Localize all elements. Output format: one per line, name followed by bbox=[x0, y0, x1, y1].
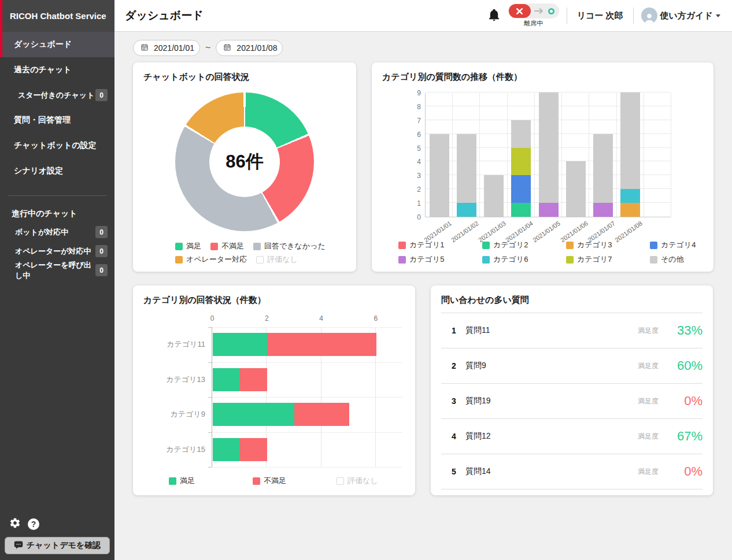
help-icon[interactable]: ? bbox=[28, 518, 39, 530]
question-label: 質問19 bbox=[465, 396, 638, 406]
legend-label: その他 bbox=[661, 254, 684, 265]
sidebar-status-item[interactable]: オペレーターが対応中0 bbox=[0, 242, 114, 261]
sidebar-item-label: 質問・回答管理 bbox=[14, 115, 71, 125]
bar-segment bbox=[593, 134, 613, 203]
dashboard-page: RICOH Chatbot Service ダッシュボード過去のチャットスター付… bbox=[0, 0, 732, 560]
legend-item[interactable]: 満足 bbox=[169, 476, 253, 486]
date-to-input[interactable]: 2021/01/08 bbox=[216, 40, 283, 56]
legend-item[interactable]: 評価なし bbox=[337, 476, 420, 486]
satisfaction-label: 満足度 bbox=[638, 326, 659, 336]
satisfaction-label: 満足度 bbox=[638, 396, 659, 406]
legend-item[interactable]: 回答できなかった bbox=[253, 241, 326, 251]
legend-item[interactable]: その他 bbox=[650, 254, 732, 265]
legend-item[interactable]: オペレーター対応 bbox=[175, 254, 247, 265]
legend-item[interactable]: 満足 bbox=[175, 241, 201, 251]
x-axis-tick-label: 4 bbox=[319, 314, 323, 322]
question-rank: 3 bbox=[452, 396, 465, 406]
stacked-bar bbox=[511, 120, 531, 217]
y-axis-tick-label: 1 bbox=[417, 199, 421, 207]
date-from-input[interactable]: 2021/01/01 bbox=[133, 40, 200, 56]
gridline-v bbox=[452, 93, 453, 217]
legend-label: 評価なし bbox=[347, 476, 378, 486]
legend-item[interactable]: カテゴリ5 bbox=[398, 254, 482, 265]
y-axis-tick-label: 6 bbox=[417, 131, 421, 139]
sidebar-item[interactable]: シナリオ設定 bbox=[0, 158, 114, 184]
legend-item[interactable]: 不満足 bbox=[253, 476, 337, 486]
gridline-v bbox=[507, 93, 508, 217]
presence-toggle-pill[interactable] bbox=[508, 3, 559, 18]
axis-tick bbox=[208, 432, 212, 433]
legend-item[interactable]: 評価なし bbox=[256, 254, 298, 265]
legend-item[interactable]: カテゴリ6 bbox=[482, 254, 566, 265]
legend-item[interactable]: 不満足 bbox=[210, 241, 244, 251]
question-label: 質問12 bbox=[465, 431, 638, 442]
question-rank: 5 bbox=[452, 467, 465, 476]
horizontal-bar-legend: 満足不満足評価なし bbox=[169, 476, 420, 486]
legend-swatch bbox=[175, 256, 183, 264]
legend-label: 評価なし bbox=[267, 254, 298, 265]
stacked-bar bbox=[213, 333, 376, 356]
app-logo-text: RICOH Chatbot Service bbox=[10, 11, 106, 21]
legend-item[interactable]: カテゴリ7 bbox=[566, 254, 650, 265]
stacked-column-legend: カテゴリ1カテゴリ2カテゴリ3カテゴリ4カテゴリ5カテゴリ6カテゴリ7その他 bbox=[398, 240, 732, 265]
question-row[interactable]: 2質問9満足度60% bbox=[441, 348, 703, 383]
y-axis-tick-label: 3 bbox=[417, 172, 421, 180]
card-top-questions: 問い合わせの多い質問 1質問11満足度33%2質問9満足度60%3質問19満足度… bbox=[431, 285, 713, 495]
question-label: 質問11 bbox=[465, 325, 638, 336]
question-row[interactable]: 1質問11満足度33% bbox=[441, 313, 703, 348]
legend-label: 回答できなかった bbox=[264, 241, 326, 251]
y-axis-tick-label: 4 bbox=[417, 158, 421, 166]
row-separator bbox=[212, 362, 402, 363]
legend-label: カテゴリ6 bbox=[493, 254, 528, 265]
question-row[interactable]: 5質問14満足度0% bbox=[441, 454, 703, 489]
card-category-answer-status: カテゴリ別の回答状況（件数） 0246カテゴリ11カテゴリ13カテゴリ9カテゴリ… bbox=[133, 285, 415, 495]
bar-segment bbox=[240, 438, 267, 461]
sidebar-item-label: スター付きのチャット bbox=[18, 90, 94, 101]
topbar-divider bbox=[567, 8, 567, 24]
legend-item[interactable]: カテゴリ4 bbox=[650, 240, 732, 250]
sidebar-status-label: オペレーターが対応中 bbox=[15, 246, 91, 257]
legend-swatch bbox=[256, 256, 264, 264]
legend-item[interactable]: カテゴリ2 bbox=[482, 240, 566, 250]
category-label: カテゴリ9 bbox=[142, 397, 205, 432]
legend-label: 満足 bbox=[180, 476, 195, 486]
satisfaction-value: 33% bbox=[668, 323, 703, 338]
avatar bbox=[641, 8, 657, 24]
row-separator bbox=[212, 397, 402, 398]
bar-segment bbox=[620, 203, 640, 217]
chat-demo-button[interactable]: チャットデモを確認 bbox=[5, 537, 110, 554]
user-name[interactable]: リコー 次郎 bbox=[575, 10, 626, 21]
gridline-v bbox=[671, 93, 671, 217]
chat-demo-button-label: チャットデモを確認 bbox=[27, 540, 101, 551]
sidebar-section-title: 進行中のチャット bbox=[0, 201, 114, 222]
presence-toggle[interactable]: 離席中 bbox=[508, 3, 559, 28]
sidebar-status-item[interactable]: オペレーターを呼び出し中0 bbox=[0, 261, 114, 280]
sidebar-status-item[interactable]: ボットが対応中0 bbox=[0, 222, 114, 242]
gridline-v bbox=[616, 93, 617, 217]
card-title: カテゴリ別の回答状況（件数） bbox=[143, 295, 266, 306]
user-guide-menu[interactable]: 使い方ガイド bbox=[641, 8, 720, 24]
stacked-bar bbox=[484, 175, 504, 217]
page-title: ダッシュボード bbox=[125, 8, 204, 23]
legend-item[interactable]: カテゴリ3 bbox=[566, 240, 650, 250]
satisfaction-label: 満足度 bbox=[638, 467, 659, 477]
app-logo: RICOH Chatbot Service bbox=[0, 0, 114, 32]
sidebar-item[interactable]: 質問・回答管理 bbox=[0, 107, 114, 133]
legend-label: カテゴリ7 bbox=[577, 254, 612, 265]
question-row[interactable]: 3質問19満足度0% bbox=[441, 383, 703, 418]
row-separator bbox=[212, 467, 402, 468]
legend-label: カテゴリ5 bbox=[409, 254, 444, 265]
sidebar-item[interactable]: チャットボットの設定 bbox=[0, 133, 114, 158]
gear-icon[interactable] bbox=[9, 517, 21, 531]
legend-item[interactable]: カテゴリ1 bbox=[398, 240, 482, 250]
sidebar-menu: ダッシュボード過去のチャットスター付きのチャット0質問・回答管理チャットボットの… bbox=[0, 32, 114, 184]
sidebar-item[interactable]: ダッシュボード bbox=[0, 32, 114, 57]
notification-bell-icon[interactable] bbox=[487, 8, 501, 24]
question-row[interactable]: 4質問12満足度67% bbox=[441, 418, 703, 454]
row-separator bbox=[212, 432, 402, 433]
satisfaction-value: 67% bbox=[668, 429, 703, 444]
y-axis-tick-label: 0 bbox=[417, 213, 421, 221]
stacked-bar bbox=[539, 92, 559, 217]
sidebar-item[interactable]: スター付きのチャット0 bbox=[0, 83, 114, 107]
sidebar-item[interactable]: 過去のチャット bbox=[0, 57, 114, 83]
